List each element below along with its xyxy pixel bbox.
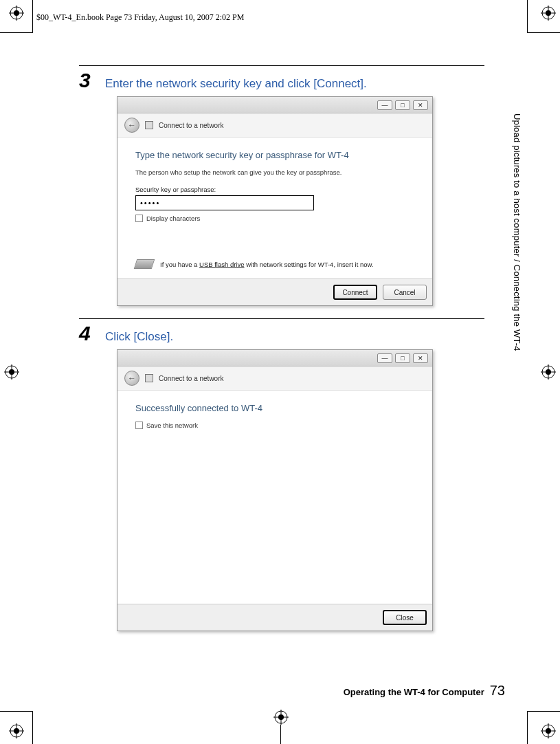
footer-chapter: Operating the WT-4 for Computer xyxy=(344,687,484,697)
window-titlebar: — □ ✕ xyxy=(117,97,432,113)
step-4: 4 Click [Close]. — □ ✕ ← Connect to a ne… xyxy=(79,318,484,631)
page-footer: Operating the WT-4 for Computer 73 xyxy=(79,683,505,699)
dialog-subtext: The person who setup the network can giv… xyxy=(135,168,414,176)
passphrase-label: Security key or passphrase: xyxy=(135,186,414,193)
back-icon[interactable]: ← xyxy=(124,371,139,386)
dialog-heading: Successfully connected to WT-4 xyxy=(135,403,414,413)
connect-button[interactable]: Connect xyxy=(333,285,377,300)
registration-mark-icon xyxy=(9,723,24,738)
maximize-button[interactable]: □ xyxy=(395,353,410,363)
window-subtitle: Connect to a network xyxy=(159,122,224,129)
usb-drive-icon xyxy=(134,259,155,269)
dialog-connect-network: — □ ✕ ← Connect to a network Type the ne… xyxy=(117,96,433,306)
registration-mark-icon xyxy=(541,6,556,21)
cancel-button[interactable]: Cancel xyxy=(383,285,427,300)
usb-link[interactable]: USB flash drive xyxy=(199,261,244,268)
minimize-button[interactable]: — xyxy=(377,353,392,363)
window-subtitle: Connect to a network xyxy=(159,375,224,382)
page-number: 73 xyxy=(490,683,505,699)
usb-hint-text: If you have a USB flash drive with netwo… xyxy=(160,261,374,268)
step-number: 4 xyxy=(79,323,97,344)
dialog-connected: — □ ✕ ← Connect to a network Successfull… xyxy=(117,349,433,631)
registration-mark-icon xyxy=(9,6,24,21)
close-x-button[interactable]: ✕ xyxy=(413,353,428,363)
save-network-checkbox[interactable] xyxy=(135,422,143,429)
step-number: 3 xyxy=(79,70,97,91)
display-characters-label: Display characters xyxy=(146,215,200,222)
shield-icon xyxy=(145,374,153,382)
close-button[interactable]: Close xyxy=(383,610,427,625)
shield-icon xyxy=(145,121,153,129)
save-network-label: Save this network xyxy=(146,422,198,429)
step-instruction: Enter the network security key and click… xyxy=(105,77,367,91)
minimize-button[interactable]: — xyxy=(377,100,392,110)
registration-mark-icon xyxy=(541,364,556,380)
side-section-title: Upload pictures to a host computer / Con… xyxy=(512,113,522,351)
registration-mark-icon xyxy=(541,723,556,738)
back-icon[interactable]: ← xyxy=(124,118,139,133)
step-instruction: Click [Close]. xyxy=(105,330,173,344)
print-header: $00_WT-4_En.book Page 73 Friday, August … xyxy=(36,12,244,23)
dialog-heading: Type the network security key or passphr… xyxy=(135,150,414,160)
passphrase-input[interactable] xyxy=(135,195,314,210)
registration-mark-icon xyxy=(273,710,289,725)
close-x-button[interactable]: ✕ xyxy=(413,100,428,110)
step-3: 3 Enter the network security key and cli… xyxy=(79,65,484,306)
display-characters-checkbox[interactable] xyxy=(135,215,143,222)
registration-mark-icon xyxy=(4,364,19,380)
maximize-button[interactable]: □ xyxy=(395,100,410,110)
window-titlebar: — □ ✕ xyxy=(117,350,432,366)
